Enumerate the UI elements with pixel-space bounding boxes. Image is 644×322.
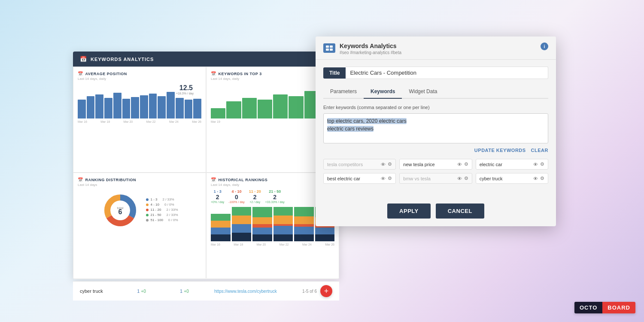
keywords-text: top electric cars, 2020 electric cars el… xyxy=(327,117,544,133)
tag-icons-tesla-competitors: 👁 ⚙ xyxy=(381,161,392,167)
keyword-tags-grid: tesla competitors 👁 ⚙ new tesla price 👁 … xyxy=(323,159,548,184)
stacked-col-4 xyxy=(273,207,293,241)
legend-item-21-50: 21 - 50 2 / 33% xyxy=(146,213,178,217)
settings-icon-cyber-truck[interactable]: ⚙ xyxy=(540,176,544,181)
tag-cyber-truck: cyber truck 👁 ⚙ xyxy=(476,173,548,184)
settings-icon-tesla[interactable]: ⚙ xyxy=(388,161,392,167)
keywords-instruction: Enter keywords (comma separated or one p… xyxy=(323,105,548,110)
modal-body: Title Parameters Keywords Widget Data En… xyxy=(316,60,556,199)
tag-icons-cyber-truck: 👁 ⚙ xyxy=(533,176,544,181)
bar-12 xyxy=(176,98,184,118)
brand-bar: OCTO BOARD xyxy=(574,302,635,313)
bar-3 xyxy=(95,94,103,118)
bar-6 xyxy=(122,99,131,118)
eye-icon-cyber-truck[interactable]: 👁 xyxy=(533,176,538,181)
donut-legend: 1 - 3 2 / 33% 4 - 10 0 / 0% 11 - 20 2 / … xyxy=(146,197,178,223)
tab-keywords[interactable]: Keywords xyxy=(364,85,402,99)
stacked-col-5 xyxy=(294,207,314,241)
green-bar-4 xyxy=(258,100,272,118)
svg-rect-7 xyxy=(330,46,333,48)
tag-electric-car: electric car 👁 ⚙ xyxy=(476,159,548,170)
cancel-button[interactable]: CANCEL xyxy=(436,204,484,219)
dashboard-header: 📅 KEYWORDS ANALYTICS xyxy=(73,52,339,67)
keywords-textarea-wrapper[interactable]: top electric cars, 2020 electric cars el… xyxy=(323,113,548,143)
green-bar-2 xyxy=(226,101,241,118)
keywords-actions: UPDATE KEYWORDS CLEAR xyxy=(323,148,548,153)
eye-off-icon-bmw[interactable]: 👁 xyxy=(457,176,462,181)
settings-icon-bmw[interactable]: ⚙ xyxy=(464,176,468,181)
bar-14 xyxy=(193,99,201,118)
apply-button[interactable]: APPLY xyxy=(387,204,431,219)
cyber-truck-link[interactable]: https://www.tesla.com/cybertruck xyxy=(214,289,277,294)
ranking-dist-widget: 📅 RANKING DISTRIBUTION Last 14 days tota… xyxy=(73,173,206,279)
widget-icon xyxy=(326,46,333,51)
svg-rect-9 xyxy=(330,49,333,51)
bar-11 xyxy=(167,92,175,118)
eye-icon-best-electric[interactable]: 👁 xyxy=(381,176,386,181)
bar-8 xyxy=(140,95,148,118)
legend-dot-1-3 xyxy=(146,198,149,201)
modal-header-left: Keywords Analytics #seo #marketing-analy… xyxy=(323,43,401,55)
settings-icon-electric-car[interactable]: ⚙ xyxy=(540,161,544,167)
calendar-rank-icon: 📅 xyxy=(78,177,83,182)
legend-item-51-100: 51 - 100 0 / 0% xyxy=(146,218,178,222)
tab-parameters[interactable]: Parameters xyxy=(323,85,364,99)
tag-best-electric-car: best electric car 👁 ⚙ xyxy=(323,173,396,184)
brand-octo: OCTO xyxy=(574,302,602,313)
modal-title: Keywords Analytics xyxy=(340,43,401,49)
calendar-icon: 📅 xyxy=(80,56,87,62)
svg-rect-8 xyxy=(326,49,329,51)
rank-col-4-10: 4 - 10 0 -100% / day xyxy=(228,189,244,204)
tag-label-cyber-truck: cyber truck xyxy=(480,176,503,181)
green-bar-1 xyxy=(211,108,225,118)
title-input[interactable] xyxy=(346,67,548,79)
eye-icon-new-tesla[interactable]: 👁 xyxy=(457,162,462,167)
hist-labels: Mar 16 Mar 18 Mar 20 Mar 22 Mar 24 Mar 2… xyxy=(211,243,334,246)
legend-item-11-20: 11 - 20 2 / 33% xyxy=(146,208,178,212)
brand-board: BOARD xyxy=(602,302,635,313)
tag-new-tesla-price: new tesla price 👁 ⚙ xyxy=(399,159,472,170)
bar-1 xyxy=(78,100,86,118)
eye-off-icon-tesla[interactable]: 👁 xyxy=(381,162,386,167)
legend-dot-21-50 xyxy=(146,214,149,216)
update-keywords-button[interactable]: UPDATE KEYWORDS xyxy=(474,148,526,153)
keywords-highlighted-line2: electric cars reviews xyxy=(327,126,374,132)
donut-chart: total 6 xyxy=(101,191,140,230)
green-bar-5 xyxy=(273,94,288,118)
modal-title-block: Keywords Analytics #seo #marketing-analy… xyxy=(340,43,401,55)
tag-icons-bmw-vs-tesla: 👁 ⚙ xyxy=(457,176,468,181)
clear-button[interactable]: CLEAR xyxy=(531,148,548,153)
bar-5 xyxy=(113,93,122,118)
legend-dot-4-10 xyxy=(146,204,149,206)
tag-label-electric-car: electric car xyxy=(480,162,502,167)
dashboard-panel: 📅 KEYWORDS ANALYTICS 📅 AVERAGE POSITION … xyxy=(73,52,339,279)
legend-item-1-3: 1 - 3 2 / 33% xyxy=(146,197,178,201)
tag-bmw-vs-tesla: bmw vs tesla 👁 ⚙ xyxy=(399,173,472,184)
svg-text:6: 6 xyxy=(118,208,122,216)
green-bar-3 xyxy=(242,98,257,118)
rank-col-21-50: 21 - 50 2 +33.33% / day xyxy=(265,189,285,204)
tag-label-tesla-competitors: tesla competitors xyxy=(327,162,363,167)
bar-13 xyxy=(185,100,193,118)
eye-icon-electric-car[interactable]: 👁 xyxy=(533,162,538,167)
donut-chart-container: total 6 1 - 3 2 / 33% 4 - 10 0 / 0% xyxy=(78,191,201,230)
bottom-table-row: cyber truck 1 +0 1 +0 https://www.tesla.… xyxy=(73,281,339,301)
tag-label-new-tesla-price: new tesla price xyxy=(403,162,434,167)
stacked-col-3 xyxy=(252,207,272,241)
col1-value: 1 +0 xyxy=(137,289,146,294)
tab-widget-data[interactable]: Widget Data xyxy=(402,85,444,99)
svg-rect-6 xyxy=(326,46,329,48)
bar-4 xyxy=(104,98,112,118)
settings-icon-new-tesla[interactable]: ⚙ xyxy=(464,161,468,167)
rank-col-1-3: 1 - 3 2 +0% / day xyxy=(211,189,224,204)
add-button[interactable]: + xyxy=(320,285,332,297)
avg-position-widget: 📅 AVERAGE POSITION Last 14 days, daily xyxy=(73,67,206,173)
stacked-col-2 xyxy=(232,207,252,241)
tag-icons-electric-car: 👁 ⚙ xyxy=(533,161,544,167)
avg-labels: Mar 16 Mar 18 Mar 20 Mar 22 Mar 24 Mar 2… xyxy=(78,120,201,123)
avg-value: 12.5 xyxy=(179,84,193,92)
settings-icon-best-electric[interactable]: ⚙ xyxy=(388,176,392,181)
bar-7 xyxy=(131,97,139,118)
modal-header: Keywords Analytics #seo #marketing-analy… xyxy=(316,36,556,60)
info-button[interactable]: i xyxy=(541,43,548,50)
